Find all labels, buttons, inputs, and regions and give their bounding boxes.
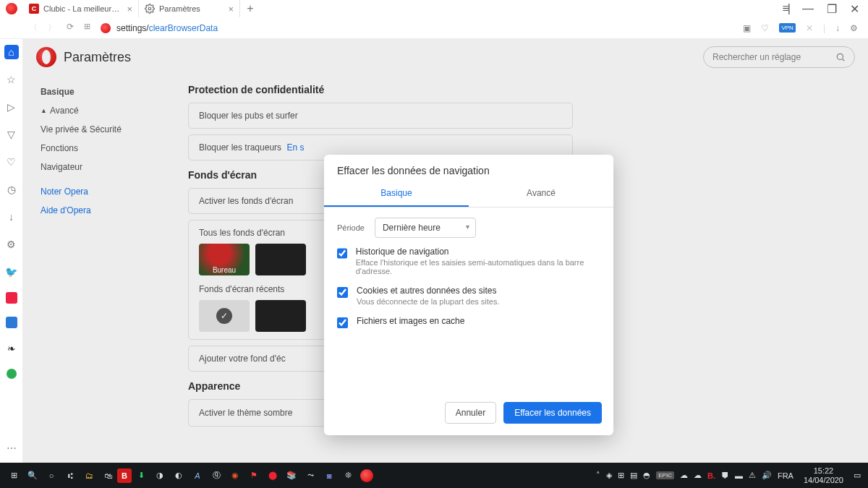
gear-icon[interactable]: ⚙ bbox=[4, 237, 19, 252]
heart-icon[interactable]: ♡ bbox=[4, 155, 19, 169]
close-window-button[interactable]: ✕ bbox=[850, 2, 859, 16]
url-field[interactable]: settings/clearBrowserData bbox=[101, 23, 733, 33]
tray-battery-icon[interactable]: ▬ bbox=[735, 471, 743, 480]
tray-icon[interactable]: ⊞ bbox=[618, 471, 624, 480]
app-icon[interactable]: ◐ bbox=[169, 466, 188, 485]
more-icon[interactable]: ⋯ bbox=[4, 441, 19, 455]
leaf-icon[interactable]: ❧ bbox=[4, 341, 19, 356]
tray-cloud-icon[interactable]: ☁ bbox=[680, 471, 688, 480]
check-title: Historique de navigation bbox=[356, 247, 600, 257]
settings-content: Paramètres Rechercher un réglage Basique… bbox=[23, 39, 868, 463]
tray-chevron-icon[interactable]: ˄ bbox=[596, 471, 600, 480]
opera-icon bbox=[101, 23, 111, 33]
tray-cloud-icon[interactable]: ☁ bbox=[694, 471, 702, 480]
favicon-clubic: C bbox=[29, 4, 39, 14]
slack-icon[interactable]: ❊ bbox=[339, 466, 357, 485]
home-icon[interactable]: ⌂ bbox=[4, 45, 19, 59]
back-button[interactable]: 〈 bbox=[29, 22, 38, 34]
modal-tab-basic[interactable]: Basique bbox=[324, 181, 469, 207]
snapshot-icon[interactable]: ▣ bbox=[743, 23, 751, 33]
checkbox-cookies[interactable] bbox=[337, 287, 348, 298]
twitter-icon[interactable]: 🐦 bbox=[4, 265, 19, 279]
tray-wifi-icon[interactable]: ⚠ bbox=[749, 471, 756, 480]
opera-menu-button[interactable] bbox=[0, 0, 23, 17]
check-desc: Efface l'historique et les saisies semi-… bbox=[356, 258, 600, 275]
clear-data-button[interactable]: Effacer les données bbox=[503, 402, 602, 424]
cancel-button[interactable]: Annuler bbox=[445, 402, 496, 424]
sidebar-rail: ⌂ ☆ ▷ ▽ ♡ ◷ ↓ ⚙ 🐦 ❧ ⋯ bbox=[0, 39, 23, 463]
app-q-icon[interactable]: ⓠ bbox=[207, 466, 226, 485]
tray-icon[interactable]: ◓ bbox=[643, 471, 650, 480]
start-button[interactable]: ⊞ bbox=[4, 466, 23, 485]
check-cache[interactable]: Fichiers et images en cache bbox=[337, 316, 600, 328]
modal-tabs: Basique Avancé bbox=[324, 181, 613, 207]
minimize-button[interactable]: — bbox=[802, 2, 814, 15]
menu-icon[interactable]: ≡| bbox=[783, 2, 790, 15]
reload-button[interactable]: ⟳ bbox=[67, 22, 74, 34]
vpn-icon[interactable]: VPN bbox=[779, 23, 795, 33]
steam-icon[interactable]: ⤳ bbox=[301, 466, 320, 485]
speed-dial-icon[interactable]: ⊞ bbox=[84, 22, 90, 34]
tab-clubic[interactable]: C Clubic - La meilleure sourc × bbox=[23, 0, 139, 17]
checkbox-history[interactable] bbox=[337, 248, 347, 259]
tab-settings[interactable]: Paramètres × bbox=[139, 0, 240, 17]
app-a-icon[interactable]: A bbox=[188, 466, 207, 485]
check-desc: Vous déconnecte de la plupart des sites. bbox=[357, 297, 500, 306]
svg-point-0 bbox=[148, 7, 151, 10]
adblock-icon[interactable]: ✕ bbox=[806, 23, 813, 33]
tray-icon[interactable]: ▤ bbox=[630, 471, 637, 480]
app-icon[interactable]: ◉ bbox=[226, 466, 244, 485]
explorer-icon[interactable]: 🗂 bbox=[80, 466, 98, 485]
new-tab-button[interactable]: + bbox=[240, 0, 260, 17]
app-icon[interactable]: ⬤ bbox=[263, 466, 282, 485]
gear-icon bbox=[145, 4, 155, 14]
download-icon[interactable]: ↓ bbox=[4, 210, 19, 224]
close-icon[interactable]: × bbox=[127, 4, 132, 14]
search-button[interactable]: 🔍 bbox=[23, 466, 42, 485]
opera-taskbar-icon[interactable] bbox=[357, 466, 376, 485]
speed-dial-icon[interactable]: ▽ bbox=[4, 127, 19, 142]
star-icon[interactable]: ☆ bbox=[4, 72, 19, 87]
app-b-icon[interactable]: B bbox=[117, 468, 132, 483]
store-icon[interactable]: 🛍 bbox=[98, 466, 117, 485]
app-icon[interactable]: 📚 bbox=[282, 466, 301, 485]
discord-icon[interactable]: ◙ bbox=[320, 466, 339, 485]
clear-data-modal: Effacer les données de navigation Basiqu… bbox=[324, 155, 613, 435]
tab-title: Clubic - La meilleure sourc bbox=[43, 4, 122, 13]
tray-icon[interactable]: B. bbox=[707, 471, 715, 480]
tray-clock[interactable]: 15:22 14/04/2020 bbox=[799, 466, 848, 484]
close-icon[interactable]: × bbox=[228, 4, 234, 14]
maximize-button[interactable]: ❐ bbox=[827, 2, 837, 16]
task-view-icon[interactable]: ⑆ bbox=[61, 466, 80, 485]
checkbox-cache[interactable] bbox=[337, 317, 348, 328]
check-cookies[interactable]: Cookies et autres données des sites Vous… bbox=[337, 286, 600, 306]
tray-volume-icon[interactable]: 🔊 bbox=[762, 471, 772, 480]
app-green-icon[interactable]: ⬇ bbox=[132, 466, 150, 485]
app-icon-blue[interactable] bbox=[6, 317, 17, 328]
modal-tab-advanced[interactable]: Avancé bbox=[469, 181, 613, 207]
app-icon[interactable]: ◑ bbox=[150, 466, 169, 485]
period-select[interactable]: Dernière heure bbox=[375, 218, 476, 238]
play-icon[interactable]: ▷ bbox=[4, 100, 19, 114]
app-icon-red[interactable] bbox=[6, 292, 17, 304]
cortana-icon[interactable]: ○ bbox=[42, 466, 61, 485]
tray-icon[interactable]: ◈ bbox=[606, 471, 612, 480]
app-icon-green[interactable] bbox=[7, 369, 17, 379]
check-title: Cookies et autres données des sites bbox=[357, 286, 500, 296]
check-title: Fichiers et images en cache bbox=[357, 316, 464, 326]
tray-lang[interactable]: FRA bbox=[778, 471, 793, 480]
tray-icon[interactable]: EPIC bbox=[656, 471, 674, 479]
divider-icon: | bbox=[823, 23, 825, 33]
easy-setup-icon[interactable]: ⚙ bbox=[850, 23, 858, 33]
history-icon[interactable]: ◷ bbox=[4, 182, 19, 197]
address-bar: 〈 〉 ⟳ ⊞ settings/clearBrowserData ▣ ♡ VP… bbox=[0, 17, 868, 39]
heart-icon[interactable]: ♡ bbox=[761, 23, 769, 33]
modal-title: Effacer les données de navigation bbox=[324, 155, 613, 181]
check-history[interactable]: Historique de navigation Efface l'histor… bbox=[337, 247, 600, 275]
forward-button[interactable]: 〉 bbox=[48, 22, 56, 34]
download-icon[interactable]: ↓ bbox=[835, 23, 840, 33]
notifications-icon[interactable]: ▭ bbox=[854, 471, 861, 480]
tray-icon[interactable]: ⛊ bbox=[721, 471, 729, 480]
windows-taskbar: ⊞ 🔍 ○ ⑆ 🗂 🛍 B ⬇ ◑ ◐ A ⓠ ◉ ⚑ ⬤ 📚 ⤳ ◙ ❊ ˄ … bbox=[0, 463, 868, 488]
app-icon[interactable]: ⚑ bbox=[244, 466, 263, 485]
